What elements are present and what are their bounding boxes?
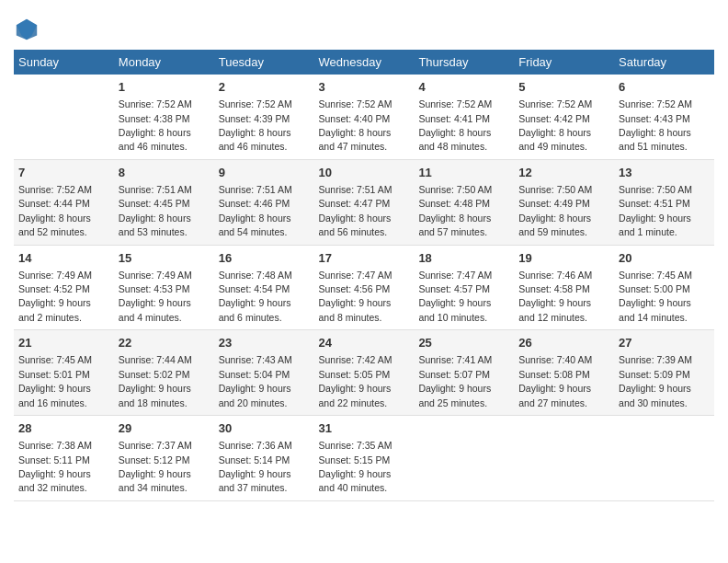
day-info: Sunrise: 7:36 AM Sunset: 5:14 PM Dayligh… (219, 440, 292, 493)
day-number: 14 (18, 250, 109, 267)
day-number: 30 (219, 420, 310, 437)
calendar-cell: 8Sunrise: 7:51 AM Sunset: 4:45 PM Daylig… (114, 159, 214, 245)
day-number: 26 (518, 335, 609, 351)
week-row-3: 14Sunrise: 7:49 AM Sunset: 4:52 PM Dayli… (14, 245, 714, 330)
weekday-header-wednesday: Wednesday (314, 50, 415, 75)
day-number: 15 (119, 250, 210, 267)
calendar-cell: 27Sunrise: 7:39 AM Sunset: 5:09 PM Dayli… (614, 330, 714, 416)
calendar-cell: 11Sunrise: 7:50 AM Sunset: 4:48 PM Dayli… (414, 159, 514, 245)
calendar-cell: 7Sunrise: 7:52 AM Sunset: 4:44 PM Daylig… (14, 159, 114, 245)
calendar-cell: 24Sunrise: 7:42 AM Sunset: 5:05 PM Dayli… (314, 330, 415, 416)
day-info: Sunrise: 7:52 AM Sunset: 4:43 PM Dayligh… (619, 98, 692, 152)
day-info: Sunrise: 7:52 AM Sunset: 4:40 PM Dayligh… (319, 98, 392, 152)
header (14, 9, 714, 42)
day-info: Sunrise: 7:46 AM Sunset: 4:58 PM Dayligh… (518, 270, 592, 323)
weekday-header-tuesday: Tuesday (214, 50, 314, 75)
day-number: 6 (619, 79, 710, 96)
day-info: Sunrise: 7:48 AM Sunset: 4:54 PM Dayligh… (219, 270, 292, 323)
day-number: 18 (418, 250, 509, 267)
calendar-cell: 2Sunrise: 7:52 AM Sunset: 4:39 PM Daylig… (214, 75, 314, 159)
day-info: Sunrise: 7:50 AM Sunset: 4:49 PM Dayligh… (518, 184, 592, 237)
day-info: Sunrise: 7:47 AM Sunset: 4:56 PM Dayligh… (319, 270, 392, 323)
week-row-2: 7Sunrise: 7:52 AM Sunset: 4:44 PM Daylig… (14, 159, 714, 245)
weekday-header-row: SundayMondayTuesdayWednesdayThursdayFrid… (14, 50, 714, 75)
calendar-cell: 13Sunrise: 7:50 AM Sunset: 4:51 PM Dayli… (614, 159, 714, 245)
calendar-cell: 3Sunrise: 7:52 AM Sunset: 4:40 PM Daylig… (314, 75, 415, 159)
day-number: 28 (18, 420, 109, 437)
day-number: 7 (18, 165, 109, 181)
weekday-header-sunday: Sunday (14, 50, 114, 75)
day-number: 4 (418, 79, 509, 96)
day-number: 13 (619, 165, 710, 181)
day-info: Sunrise: 7:40 AM Sunset: 5:08 PM Dayligh… (518, 354, 592, 408)
day-info: Sunrise: 7:51 AM Sunset: 4:45 PM Dayligh… (119, 184, 192, 237)
day-info: Sunrise: 7:50 AM Sunset: 4:48 PM Dayligh… (418, 184, 492, 237)
day-info: Sunrise: 7:52 AM Sunset: 4:44 PM Dayligh… (18, 184, 92, 237)
calendar-cell: 9Sunrise: 7:51 AM Sunset: 4:46 PM Daylig… (214, 159, 314, 245)
day-info: Sunrise: 7:37 AM Sunset: 5:12 PM Dayligh… (119, 440, 192, 493)
calendar-cell: 21Sunrise: 7:45 AM Sunset: 5:01 PM Dayli… (14, 330, 114, 416)
calendar-cell: 17Sunrise: 7:47 AM Sunset: 4:56 PM Dayli… (314, 245, 415, 330)
calendar-cell: 14Sunrise: 7:49 AM Sunset: 4:52 PM Dayli… (14, 245, 114, 330)
day-info: Sunrise: 7:49 AM Sunset: 4:52 PM Dayligh… (18, 270, 92, 323)
day-number: 5 (518, 79, 609, 96)
calendar-cell: 29Sunrise: 7:37 AM Sunset: 5:12 PM Dayli… (114, 416, 214, 501)
day-number: 16 (219, 250, 310, 267)
logo-icon (14, 17, 40, 42)
calendar-cell: 18Sunrise: 7:47 AM Sunset: 4:57 PM Dayli… (414, 245, 514, 330)
day-number: 31 (319, 420, 410, 437)
weekday-header-thursday: Thursday (414, 50, 514, 75)
day-number: 17 (319, 250, 410, 267)
day-number: 1 (119, 79, 210, 96)
calendar-cell: 10Sunrise: 7:51 AM Sunset: 4:47 PM Dayli… (314, 159, 415, 245)
weekday-header-saturday: Saturday (614, 50, 714, 75)
day-number: 22 (119, 335, 210, 351)
day-info: Sunrise: 7:52 AM Sunset: 4:39 PM Dayligh… (219, 98, 292, 152)
day-number: 10 (319, 165, 410, 181)
calendar-cell: 6Sunrise: 7:52 AM Sunset: 4:43 PM Daylig… (614, 75, 714, 159)
calendar-cell: 19Sunrise: 7:46 AM Sunset: 4:58 PM Dayli… (514, 245, 614, 330)
calendar-cell (514, 416, 614, 501)
day-number: 25 (418, 335, 509, 351)
day-info: Sunrise: 7:49 AM Sunset: 4:53 PM Dayligh… (119, 270, 192, 323)
day-info: Sunrise: 7:47 AM Sunset: 4:57 PM Dayligh… (418, 270, 492, 323)
calendar-cell: 12Sunrise: 7:50 AM Sunset: 4:49 PM Dayli… (514, 159, 614, 245)
day-info: Sunrise: 7:52 AM Sunset: 4:38 PM Dayligh… (119, 98, 192, 152)
day-info: Sunrise: 7:44 AM Sunset: 5:02 PM Dayligh… (119, 354, 192, 408)
calendar-cell: 31Sunrise: 7:35 AM Sunset: 5:15 PM Dayli… (314, 416, 415, 501)
day-number: 2 (219, 79, 310, 96)
weekday-header-monday: Monday (114, 50, 214, 75)
day-info: Sunrise: 7:35 AM Sunset: 5:15 PM Dayligh… (319, 440, 392, 493)
calendar-cell (414, 416, 514, 501)
day-number: 20 (619, 250, 710, 267)
day-number: 24 (319, 335, 410, 351)
calendar-cell: 25Sunrise: 7:41 AM Sunset: 5:07 PM Dayli… (414, 330, 514, 416)
day-info: Sunrise: 7:52 AM Sunset: 4:42 PM Dayligh… (518, 98, 592, 152)
day-number: 19 (518, 250, 609, 267)
calendar-cell: 30Sunrise: 7:36 AM Sunset: 5:14 PM Dayli… (214, 416, 314, 501)
day-number: 23 (219, 335, 310, 351)
calendar-cell (614, 416, 714, 501)
day-info: Sunrise: 7:39 AM Sunset: 5:09 PM Dayligh… (619, 354, 692, 408)
calendar-cell: 1Sunrise: 7:52 AM Sunset: 4:38 PM Daylig… (114, 75, 214, 159)
day-info: Sunrise: 7:51 AM Sunset: 4:46 PM Dayligh… (219, 184, 292, 237)
day-number: 8 (119, 165, 210, 181)
logo (14, 17, 41, 42)
day-number: 27 (619, 335, 710, 351)
calendar-table: SundayMondayTuesdayWednesdayThursdayFrid… (14, 50, 714, 501)
calendar-cell: 23Sunrise: 7:43 AM Sunset: 5:04 PM Dayli… (214, 330, 314, 416)
week-row-4: 21Sunrise: 7:45 AM Sunset: 5:01 PM Dayli… (14, 330, 714, 416)
day-number: 12 (518, 165, 609, 181)
day-info: Sunrise: 7:50 AM Sunset: 4:51 PM Dayligh… (619, 184, 692, 237)
day-info: Sunrise: 7:45 AM Sunset: 5:00 PM Dayligh… (619, 270, 692, 323)
day-info: Sunrise: 7:43 AM Sunset: 5:04 PM Dayligh… (219, 354, 292, 408)
calendar-cell: 16Sunrise: 7:48 AM Sunset: 4:54 PM Dayli… (214, 245, 314, 330)
calendar-cell: 26Sunrise: 7:40 AM Sunset: 5:08 PM Dayli… (514, 330, 614, 416)
calendar-cell: 20Sunrise: 7:45 AM Sunset: 5:00 PM Dayli… (614, 245, 714, 330)
day-info: Sunrise: 7:41 AM Sunset: 5:07 PM Dayligh… (418, 354, 492, 408)
day-info: Sunrise: 7:51 AM Sunset: 4:47 PM Dayligh… (319, 184, 392, 237)
calendar-cell: 15Sunrise: 7:49 AM Sunset: 4:53 PM Dayli… (114, 245, 214, 330)
calendar-cell (14, 75, 114, 159)
calendar-cell: 28Sunrise: 7:38 AM Sunset: 5:11 PM Dayli… (14, 416, 114, 501)
day-number: 21 (18, 335, 109, 351)
